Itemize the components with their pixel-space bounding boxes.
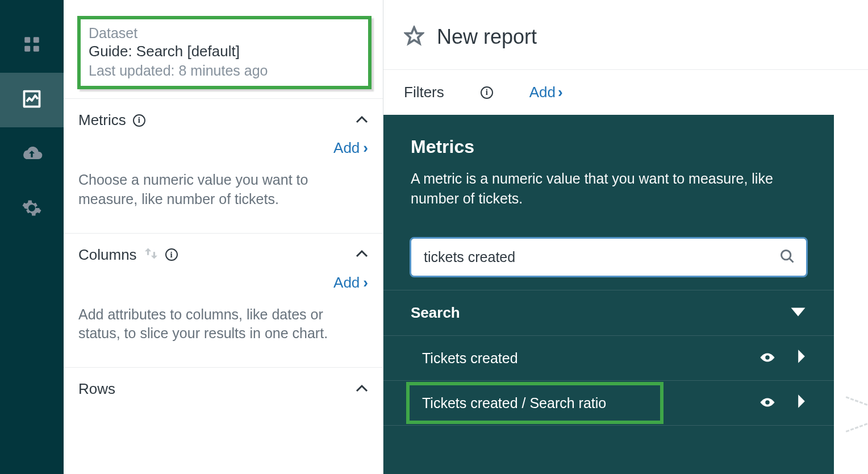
cloud-upload-icon [20, 142, 43, 167]
svg-rect-2 [24, 46, 30, 52]
metrics-description: Choose a numeric value you want to measu… [78, 171, 368, 209]
svg-rect-3 [34, 46, 39, 52]
picker-item[interactable]: Tickets created / Search ratio [383, 381, 834, 426]
nav-dashboard[interactable] [0, 18, 64, 73]
picker-group-label: Search [411, 304, 460, 322]
picker-list: Search Tickets created Tickets create [383, 290, 834, 426]
eye-icon[interactable] [759, 350, 776, 367]
chevron-right-icon [796, 393, 807, 413]
picker-item[interactable]: Tickets created [383, 336, 834, 381]
chevron-right-icon [796, 348, 807, 368]
report-title: New report [437, 25, 537, 49]
add-label: Add [333, 274, 360, 291]
picker-title: Metrics [411, 136, 807, 157]
dataset-label: Dataset [89, 25, 360, 41]
columns-description: Add attributes to columns, like dates or… [78, 305, 368, 344]
picker-group-search[interactable]: Search [383, 290, 834, 336]
columns-header[interactable]: Columns i [78, 246, 368, 264]
columns-add-link[interactable]: Add› [78, 274, 368, 292]
rows-section: Rows [64, 368, 383, 398]
nav-rail [0, 0, 64, 474]
filters-label: Filters [404, 84, 444, 101]
svg-point-5 [782, 250, 791, 259]
dataset-name: Guide: Search [default] [89, 43, 360, 60]
filters-add-link[interactable]: Add› [529, 84, 563, 101]
metrics-add-link[interactable]: Add› [78, 139, 368, 157]
add-label: Add [529, 84, 556, 101]
report-header: New report [383, 0, 868, 70]
picker-item-label: Tickets created [422, 350, 518, 367]
config-panel: Dataset Guide: Search [default] Last upd… [64, 0, 383, 474]
picker-item-label: Tickets created / Search ratio [422, 395, 606, 411]
chevron-right-icon: › [363, 139, 368, 156]
nav-reports[interactable] [0, 73, 64, 127]
filters-row: Filters i Add› [383, 70, 868, 115]
rows-title: Rows [78, 380, 115, 398]
chevron-down-icon [790, 306, 807, 320]
search-icon [779, 248, 795, 267]
swap-icon[interactable] [144, 246, 158, 263]
add-label: Add [333, 139, 360, 156]
svg-marker-8 [798, 350, 805, 363]
chevron-right-icon: › [363, 274, 368, 291]
decor-lines [842, 400, 868, 429]
metrics-title: Metrics [78, 111, 126, 129]
chevron-up-icon [356, 250, 368, 260]
picker-description: A metric is a numeric value that you wan… [411, 169, 807, 209]
metrics-picker-panel: Metrics A metric is a numeric value that… [383, 115, 834, 474]
metrics-section: Metrics i Add› Choose a numeric value yo… [64, 99, 383, 234]
nav-upload[interactable] [0, 127, 64, 182]
rows-header[interactable]: Rows [78, 380, 368, 398]
dataset-header: Dataset Guide: Search [default] Last upd… [64, 0, 383, 99]
picker-search [411, 238, 807, 276]
info-icon[interactable]: i [481, 86, 493, 99]
info-icon[interactable]: i [165, 248, 178, 261]
info-icon[interactable]: i [133, 114, 145, 127]
metrics-search-input[interactable] [411, 238, 807, 276]
columns-section: Columns i Add› Add attributes to columns… [64, 234, 383, 368]
svg-rect-1 [34, 37, 39, 43]
chevron-up-icon [356, 115, 368, 126]
svg-line-6 [790, 258, 794, 262]
columns-title: Columns [78, 246, 137, 264]
svg-marker-9 [798, 394, 805, 408]
chevron-up-icon [356, 384, 368, 394]
eye-icon[interactable] [759, 395, 776, 411]
dataset-updated: Last updated: 8 minutes ago [89, 63, 360, 79]
dataset-box[interactable]: Dataset Guide: Search [default] Last upd… [77, 16, 372, 89]
main-area: New report Filters i Add› Metrics A metr… [383, 0, 868, 474]
svg-marker-4 [406, 27, 423, 44]
dashboard-icon [22, 35, 41, 56]
gear-icon [22, 198, 42, 221]
metrics-header[interactable]: Metrics i [78, 111, 368, 129]
svg-marker-7 [791, 307, 806, 316]
chevron-right-icon: › [558, 84, 563, 101]
nav-settings[interactable] [0, 182, 64, 236]
svg-rect-0 [24, 37, 30, 43]
chart-icon [22, 89, 42, 111]
star-icon[interactable] [404, 26, 424, 48]
